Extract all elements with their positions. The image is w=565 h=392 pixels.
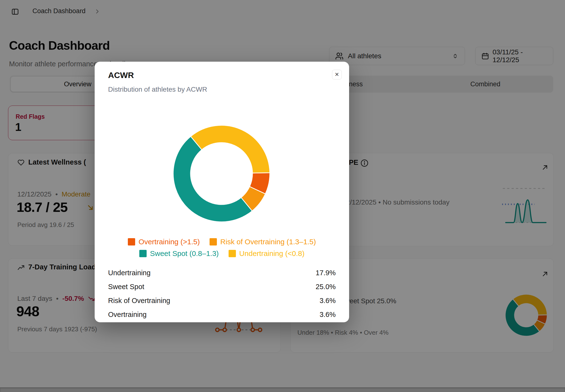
legend-item: Sweet Spot (0.8–1.3) <box>139 249 219 258</box>
stat-value: 3.6% <box>319 310 336 319</box>
acwr-modal: ACWR Distribution of athletes by ACWR ✕ … <box>95 62 349 322</box>
modal-title: ACWR <box>108 70 134 80</box>
legend-label: Sweet Spot (0.8–1.3) <box>150 249 219 258</box>
legend-label: Risk of Overtraining (1.3–1.5) <box>220 238 316 246</box>
acwr-legend-row-1: Overtraining (>1.5)Risk of Overtraining … <box>95 238 349 246</box>
stat-row: Undertraining17.9% <box>108 266 336 280</box>
acwr-legend-row-2: Sweet Spot (0.8–1.3)Undertraining (<0.8) <box>95 249 349 258</box>
legend-label: Overtraining (>1.5) <box>139 238 200 246</box>
legend-swatch <box>128 238 135 245</box>
acwr-stats: Undertraining17.9%Sweet Spot25.0%Risk of… <box>108 266 336 322</box>
modal-subtitle: Distribution of athletes by ACWR <box>108 85 207 93</box>
legend-item: Risk of Overtraining (1.3–1.5) <box>210 238 316 246</box>
legend-label: Undertraining (<0.8) <box>239 249 305 258</box>
stat-label: Sweet Spot <box>108 283 144 291</box>
stat-value: 17.9% <box>316 269 336 277</box>
stat-value: 25.0% <box>316 283 336 291</box>
stat-row: Risk of Overtraining3.6% <box>108 294 336 308</box>
stat-value: 3.6% <box>319 297 336 305</box>
stat-label: Undertraining <box>108 269 150 277</box>
legend-item: Undertraining (<0.8) <box>229 249 305 258</box>
stat-label: Overtraining <box>108 310 147 319</box>
legend-swatch <box>229 250 236 257</box>
stat-row: Overtraining3.6% <box>108 308 336 322</box>
stat-label: Risk of Overtraining <box>108 297 170 305</box>
acwr-donut-chart <box>173 125 270 222</box>
legend-swatch <box>139 250 147 257</box>
app-window: Coach Dashboard Coach Dashboard Monitor … <box>0 0 565 392</box>
legend-item: Overtraining (>1.5) <box>128 238 200 246</box>
legend-swatch <box>210 238 217 245</box>
close-button[interactable]: ✕ <box>332 70 342 80</box>
stat-row: Sweet Spot25.0% <box>108 280 336 294</box>
